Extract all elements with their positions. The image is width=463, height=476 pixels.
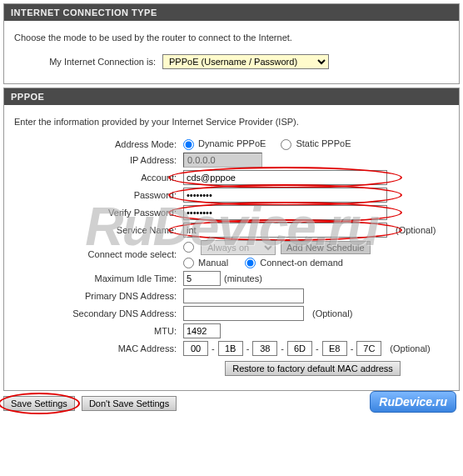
intro-1: Choose the mode to be used by the router… bbox=[14, 33, 449, 43]
sdns-input[interactable] bbox=[183, 306, 304, 321]
ip-field: 0.0.0.0 bbox=[183, 153, 262, 168]
addr-dynamic-text: Dynamic PPPoE bbox=[198, 138, 266, 148]
verify-input[interactable] bbox=[183, 205, 387, 220]
mac-input-0[interactable] bbox=[183, 341, 208, 356]
mac-input-4[interactable] bbox=[322, 341, 347, 356]
verify-label: Verify Password: bbox=[14, 208, 183, 218]
mac-input-2[interactable] bbox=[252, 341, 277, 356]
mac-optional: (Optional) bbox=[390, 343, 430, 353]
addr-static-text: Static PPPoE bbox=[296, 138, 351, 148]
internet-connection-panel: INTERNET CONNECTION TYPE Choose the mode… bbox=[3, 3, 460, 84]
account-label: Account: bbox=[14, 173, 183, 183]
pdns-input[interactable] bbox=[183, 288, 304, 303]
demand-option[interactable]: Connect-on demand bbox=[245, 258, 343, 269]
mtu-label: MTU: bbox=[14, 326, 183, 336]
mac-input-1[interactable] bbox=[218, 341, 243, 356]
pdns-label: Primary DNS Address: bbox=[14, 291, 183, 301]
mtu-input[interactable] bbox=[183, 323, 221, 338]
dont-save-button[interactable]: Don't Save Settings bbox=[82, 396, 177, 411]
manual-radio[interactable] bbox=[183, 258, 194, 268]
panel-header-1: INTERNET CONNECTION TYPE bbox=[4, 4, 459, 21]
pppoe-panel: PPPOE Enter the information provided by … bbox=[3, 88, 460, 391]
password-label: Password: bbox=[14, 190, 183, 200]
schedule-select[interactable]: Always on bbox=[201, 240, 276, 255]
connection-select[interactable]: PPPoE (Username / Password) bbox=[162, 54, 329, 69]
save-settings-button[interactable]: Save Settings bbox=[3, 396, 75, 411]
addr-dynamic-option[interactable]: Dynamic PPPoE bbox=[183, 138, 266, 150]
password-input[interactable] bbox=[183, 188, 387, 203]
addr-dynamic-radio[interactable] bbox=[183, 139, 194, 150]
ip-label: IP Address: bbox=[14, 155, 183, 165]
idle-unit: (minutes) bbox=[224, 273, 262, 283]
conn-label: My Internet Connection is: bbox=[14, 57, 162, 67]
idle-label: Maximum Idle Time: bbox=[14, 273, 183, 283]
add-schedule-button[interactable]: Add New Schedule bbox=[281, 241, 371, 254]
rudevice-badge: RuDevice.ru bbox=[370, 391, 456, 413]
mac-input-3[interactable] bbox=[287, 341, 312, 356]
mac-label: MAC Address: bbox=[14, 343, 183, 353]
service-label: Service Name: bbox=[14, 225, 183, 235]
manual-option[interactable]: Manual bbox=[183, 258, 228, 269]
connect-mode-label: Connect mode select: bbox=[14, 249, 183, 259]
service-optional: (Optional) bbox=[396, 225, 436, 235]
sdns-optional: (Optional) bbox=[312, 308, 352, 318]
demand-text: Connect-on demand bbox=[260, 258, 343, 268]
mac-input-5[interactable] bbox=[356, 341, 381, 356]
manual-text: Manual bbox=[198, 258, 228, 268]
sdns-label: Secondary DNS Address: bbox=[14, 308, 183, 318]
intro-2: Enter the information provided by your I… bbox=[14, 117, 449, 127]
addr-mode-label: Address Mode: bbox=[14, 139, 183, 149]
addr-static-radio[interactable] bbox=[281, 139, 291, 150]
service-input[interactable] bbox=[183, 223, 387, 238]
idle-input[interactable] bbox=[183, 271, 221, 286]
schedule-radio[interactable] bbox=[183, 242, 194, 253]
restore-mac-button[interactable]: Restore to factory default MAC address bbox=[225, 361, 401, 376]
account-input[interactable] bbox=[183, 170, 387, 185]
panel-header-2: PPPOE bbox=[4, 88, 459, 105]
demand-radio[interactable] bbox=[245, 258, 256, 268]
addr-static-option[interactable]: Static PPPoE bbox=[281, 138, 351, 150]
